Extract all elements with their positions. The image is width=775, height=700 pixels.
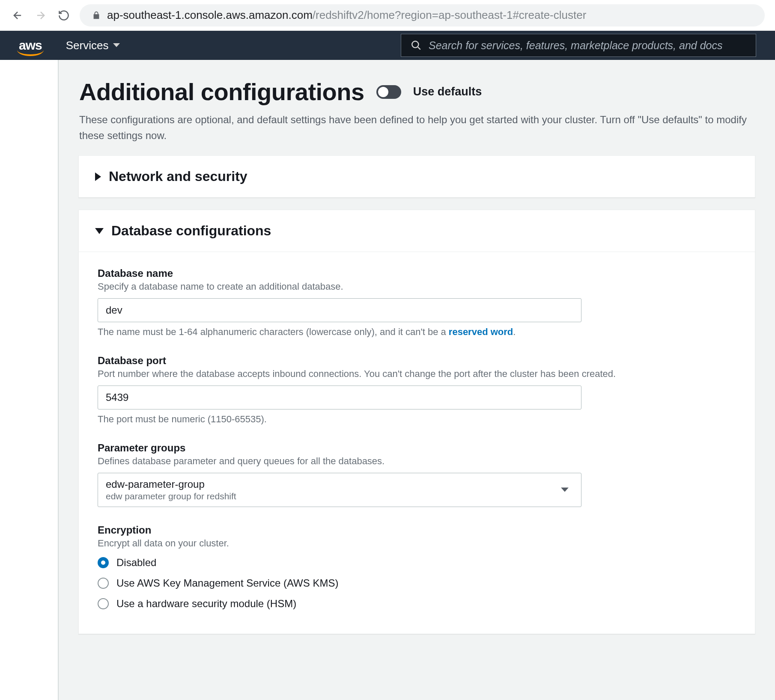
database-name-hint: Specify a database name to create an add… [98, 281, 736, 292]
global-search[interactable] [401, 34, 756, 57]
section-header: Additional configurations Use defaults T… [59, 78, 775, 143]
aws-logo[interactable]: aws [19, 39, 42, 52]
browser-reload-button[interactable] [57, 8, 71, 23]
svg-point-0 [412, 41, 418, 47]
search-icon [411, 40, 422, 51]
database-port-hint: Port number where the database accepts i… [98, 368, 736, 380]
parameter-groups-selected: edw-parameter-group [106, 478, 236, 490]
database-port-help: The port must be numeric (1150-65535). [98, 414, 736, 425]
network-security-header[interactable]: Network and security [79, 156, 755, 197]
radio-icon [98, 557, 109, 568]
database-config-title: Database configurations [111, 223, 271, 239]
database-name-help: The name must be 1-64 alphanumeric chara… [98, 326, 736, 338]
use-defaults-label: Use defaults [413, 85, 482, 98]
main-content: Additional configurations Use defaults T… [59, 60, 775, 700]
services-label: Services [66, 39, 109, 52]
encryption-option-label: Use a hardware security module (HSM) [116, 598, 296, 610]
lock-icon [92, 11, 101, 20]
chevron-down-icon [560, 487, 569, 493]
database-port-input[interactable] [98, 386, 581, 409]
encryption-option-label: Use AWS Key Management Service (AWS KMS) [116, 577, 338, 589]
database-name-label: Database name [98, 267, 736, 279]
encryption-hint: Encrypt all data on your cluster. [98, 538, 736, 549]
url-path: /redshiftv2/home?region=ap-southeast-1#c… [313, 9, 587, 21]
encryption-option[interactable]: Disabled [98, 557, 736, 569]
database-port-label: Database port [98, 355, 736, 367]
network-security-panel: Network and security [78, 155, 755, 198]
arrow-right-icon [35, 9, 47, 21]
encryption-field: Encryption Encrypt all data on your clus… [98, 524, 736, 610]
section-description: These configurations are optional, and d… [79, 112, 747, 143]
arrow-left-icon [12, 9, 24, 21]
encryption-option[interactable]: Use a hardware security module (HSM) [98, 598, 736, 610]
radio-icon [98, 578, 109, 589]
page-title: Additional configurations [79, 78, 364, 106]
reserved-word-link[interactable]: reserved word [449, 326, 513, 337]
browser-toolbar: ap-southeast-1.console.aws.amazon.com/re… [0, 0, 775, 31]
caret-right-icon [95, 172, 101, 181]
browser-back-button[interactable] [10, 8, 25, 23]
global-search-input[interactable] [429, 39, 746, 52]
parameter-groups-label: Parameter groups [98, 442, 736, 454]
use-defaults-toggle[interactable] [376, 85, 401, 99]
encryption-radio-group: DisabledUse AWS Key Management Service (… [98, 557, 736, 610]
page-body: Additional configurations Use defaults T… [0, 60, 775, 700]
help-text: The name must be 1-64 alphanumeric chara… [98, 326, 449, 337]
browser-forward-button[interactable] [33, 8, 48, 23]
database-name-input[interactable] [98, 298, 581, 322]
parameter-groups-field: Parameter groups Defines database parame… [98, 442, 736, 507]
network-security-title: Network and security [109, 169, 247, 184]
database-config-body: Database name Specify a database name to… [79, 252, 755, 634]
parameter-groups-hint: Defines database parameter and query que… [98, 456, 736, 467]
aws-top-nav: aws Services [0, 31, 775, 60]
database-name-field: Database name Specify a database name to… [98, 267, 736, 338]
caret-down-icon [95, 228, 104, 234]
reload-icon [58, 9, 70, 21]
browser-url-bar[interactable]: ap-southeast-1.console.aws.amazon.com/re… [80, 4, 765, 27]
help-text-post: . [513, 326, 516, 337]
encryption-option-label: Disabled [116, 557, 156, 569]
parameter-groups-selected-desc: edw parameter group for redshift [106, 491, 236, 501]
database-config-panel: Database configurations Database name Sp… [78, 210, 755, 634]
encryption-label: Encryption [98, 524, 736, 536]
services-menu-button[interactable]: Services [66, 39, 121, 52]
encryption-option[interactable]: Use AWS Key Management Service (AWS KMS) [98, 577, 736, 589]
parameter-groups-select[interactable]: edw-parameter-group edw parameter group … [98, 473, 581, 507]
url-text: ap-southeast-1.console.aws.amazon.com/re… [107, 9, 586, 22]
chevron-down-icon [113, 43, 120, 48]
url-host: ap-southeast-1.console.aws.amazon.com [107, 9, 313, 21]
left-gutter [0, 60, 59, 700]
database-config-header[interactable]: Database configurations [79, 210, 755, 252]
radio-icon [98, 598, 109, 609]
database-port-field: Database port Port number where the data… [98, 355, 736, 425]
